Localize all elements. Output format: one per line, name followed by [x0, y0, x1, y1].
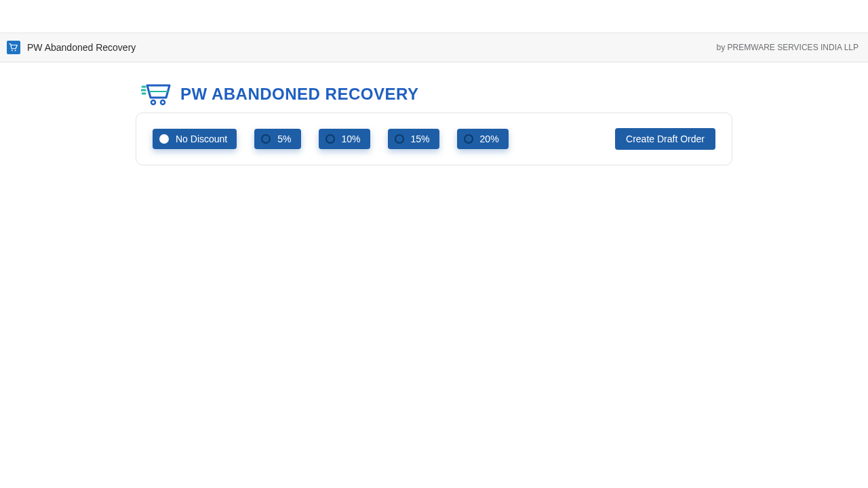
discount-option-5[interactable]: 5%: [254, 129, 300, 149]
create-draft-order-button[interactable]: Create Draft Order: [615, 128, 715, 150]
svg-point-0: [12, 49, 13, 51]
discount-option-no-discount[interactable]: No Discount: [153, 129, 237, 149]
topbar: PW Abandoned Recovery by PREMWARE SERVIC…: [0, 33, 868, 62]
discount-option-20[interactable]: 20%: [457, 129, 509, 149]
brand-text: PW ABANDONED RECOVERY: [180, 85, 418, 104]
radio-icon: [395, 134, 404, 144]
svg-point-3: [151, 100, 155, 104]
discount-label: 10%: [342, 134, 361, 144]
discount-options: No Discount 5% 10% 15% 20%: [153, 129, 509, 149]
discount-label: 5%: [277, 134, 291, 144]
topbar-left: PW Abandoned Recovery: [7, 41, 136, 54]
topbar-byline: by PREMWARE SERVICES INDIA LLP: [717, 43, 859, 52]
discount-label: 15%: [411, 134, 430, 144]
radio-icon: [159, 134, 169, 144]
topbar-title: PW Abandoned Recovery: [27, 42, 136, 53]
svg-point-1: [15, 49, 16, 51]
main-content: PW ABANDONED RECOVERY No Discount 5% 10%…: [136, 83, 732, 165]
discount-label: No Discount: [176, 134, 227, 144]
cart-icon: [9, 43, 18, 52]
radio-icon: [464, 134, 473, 144]
app-icon: [7, 41, 20, 54]
radio-icon: [326, 134, 335, 144]
discount-label: 20%: [480, 134, 499, 144]
discount-card: No Discount 5% 10% 15% 20% Create Draft …: [136, 113, 732, 165]
brand-cart-icon: [141, 83, 172, 106]
svg-point-4: [161, 100, 165, 104]
brand-logo: PW ABANDONED RECOVERY: [136, 83, 732, 106]
discount-option-10[interactable]: 10%: [319, 129, 370, 149]
radio-icon: [261, 134, 271, 144]
discount-option-15[interactable]: 15%: [388, 129, 439, 149]
